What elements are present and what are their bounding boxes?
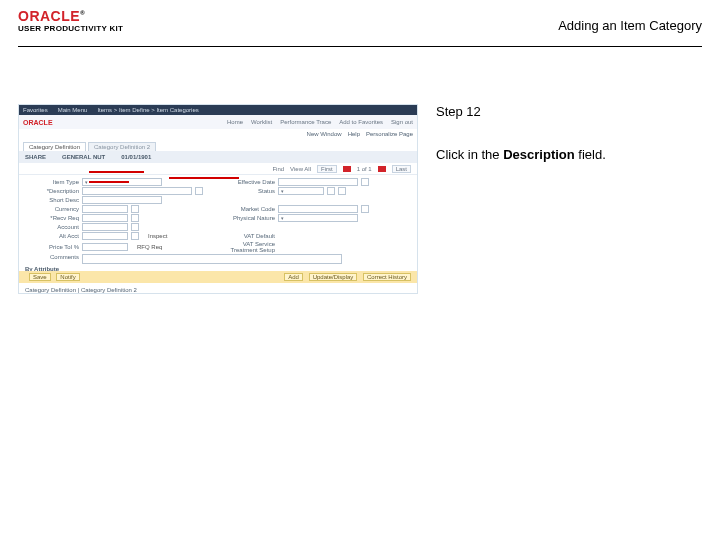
vat-svc-label: VAT Service Treatment Setup	[221, 241, 275, 253]
price-tol-input[interactable]	[82, 243, 128, 251]
inspect-label: Inspect	[148, 233, 167, 239]
phys-nature-select[interactable]	[278, 214, 358, 222]
recv-req-input[interactable]	[82, 214, 128, 222]
tab-category-definition[interactable]: Category Definition	[23, 142, 86, 151]
flag-icon	[378, 166, 386, 172]
tab-strip: Category Definition Category Definition …	[19, 139, 417, 151]
record-subheader: SHARE GENERAL NUT 01/01/1901	[19, 151, 417, 163]
short-desc-input[interactable]	[82, 196, 162, 204]
menu-signout[interactable]: Sign out	[391, 119, 413, 125]
save-button[interactable]: Save	[29, 273, 51, 281]
top-nav: Favorites Main Menu Items > Item Define …	[19, 105, 417, 115]
description-label: *Description	[25, 188, 79, 194]
price-tol-label: Price Tol %	[25, 244, 79, 250]
del-row-icon[interactable]	[338, 187, 346, 195]
phys-nature-label: Physical Nature	[221, 215, 275, 221]
instruction-panel: Step 12 Click in the Description field.	[436, 104, 696, 165]
item-type-label: Item Type	[25, 179, 79, 185]
new-window-link[interactable]: New Window	[307, 131, 342, 137]
menu-perf[interactable]: Performance Trace	[280, 119, 331, 125]
viewall-link[interactable]: View All	[290, 166, 311, 172]
eff-date-input[interactable]	[278, 178, 358, 186]
recv-req-label: *Recv Req	[25, 215, 79, 221]
short-desc-label: Short Desc	[25, 197, 79, 203]
eff-date-label: Effective Date	[221, 179, 275, 185]
lookup-icon[interactable]	[131, 232, 139, 240]
comments-label: Comments	[25, 254, 79, 260]
instr-field: Description	[503, 147, 575, 162]
market-code-label: Market Code	[221, 206, 275, 212]
account-label: Account	[25, 224, 79, 230]
lookup-icon[interactable]	[131, 214, 139, 222]
tab-category-definition-2[interactable]: Category Definition 2	[88, 142, 156, 151]
header-rule	[18, 46, 702, 47]
step-label: Step 12	[436, 104, 696, 119]
instr-suffix: field.	[575, 147, 606, 162]
menu-home[interactable]: Home	[227, 119, 243, 125]
first-button[interactable]: First	[317, 165, 337, 173]
nav-item[interactable]: Favorites	[23, 107, 48, 113]
brand-bar: ORACLE Home Worklist Performance Trace A…	[19, 115, 417, 129]
pager-text: 1 of 1	[357, 166, 372, 172]
grid-toolbar: Find View All First 1 of 1 Last	[19, 163, 417, 175]
app-screenshot: Favorites Main Menu Items > Item Define …	[18, 104, 418, 294]
last-button[interactable]: Last	[392, 165, 411, 173]
lookup-icon[interactable]	[195, 187, 203, 195]
find-link[interactable]: Find	[272, 166, 284, 172]
lookup-icon[interactable]	[131, 223, 139, 231]
menu-worklist[interactable]: Worklist	[251, 119, 272, 125]
header: ORACLE® USER PRODUCTIVITY KIT Adding an …	[18, 8, 702, 52]
brand-menus: Home Worklist Performance Trace Add to F…	[227, 119, 413, 125]
highlight-bar	[89, 171, 144, 173]
correct-history-button[interactable]: Correct History	[363, 273, 411, 281]
rfq-req-label: RFQ Req	[137, 244, 162, 250]
setid-label: SHARE	[25, 154, 46, 160]
calendar-icon[interactable]	[361, 178, 369, 186]
vat-default-label: VAT Default	[221, 233, 275, 239]
currency-label: Currency	[25, 206, 79, 212]
currency-input[interactable]	[82, 205, 128, 213]
add-row-icon[interactable]	[327, 187, 335, 195]
alt-acct-input[interactable]	[82, 232, 128, 240]
instruction-text: Click in the Description field.	[436, 145, 696, 165]
comments-input[interactable]	[82, 254, 342, 264]
status-label: Status	[221, 188, 275, 194]
screenshot-preview: Favorites Main Menu Items > Item Define …	[18, 104, 418, 294]
instr-prefix: Click in the	[436, 147, 503, 162]
page-title: Adding an Item Category	[558, 18, 702, 33]
date-label: 01/01/1901	[121, 154, 151, 160]
bottom-crumb: Category Definition | Category Definitio…	[25, 287, 137, 293]
alt-acct-label: Alt Acct	[25, 233, 79, 239]
market-code-input[interactable]	[278, 205, 358, 213]
flag-icon	[343, 166, 351, 172]
add-button[interactable]: Add	[284, 273, 303, 281]
action-bar: Save Notify Add Update/Display Correct H…	[19, 271, 417, 283]
notify-button[interactable]: Notify	[56, 273, 79, 281]
nav-item[interactable]: Main Menu	[58, 107, 88, 113]
catid-label: GENERAL NUT	[62, 154, 105, 160]
form-grid: Item Type Effective Date *Description St…	[19, 175, 417, 283]
highlight-bar	[169, 177, 239, 179]
lookup-icon[interactable]	[131, 205, 139, 213]
user-line: New Window Help Personalize Page	[19, 129, 417, 139]
app-brand: ORACLE	[23, 119, 53, 126]
personalize-link[interactable]: Personalize Page	[366, 131, 413, 137]
update-display-button[interactable]: Update/Display	[309, 273, 358, 281]
status-select[interactable]	[278, 187, 324, 195]
breadcrumb: Items > Item Define > Item Categories	[97, 107, 198, 113]
highlight-bar	[89, 181, 129, 183]
help-link[interactable]: Help	[348, 131, 360, 137]
menu-fav[interactable]: Add to Favorites	[339, 119, 383, 125]
lookup-icon[interactable]	[361, 205, 369, 213]
account-input[interactable]	[82, 223, 128, 231]
description-input[interactable]	[82, 187, 192, 195]
